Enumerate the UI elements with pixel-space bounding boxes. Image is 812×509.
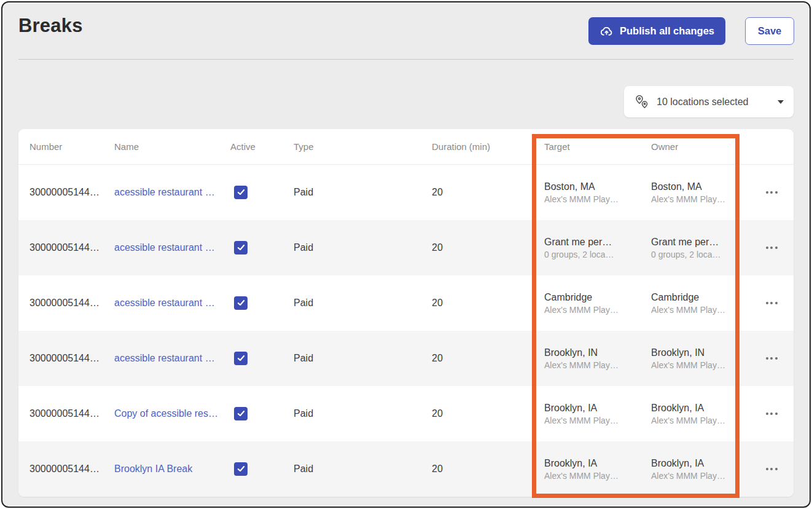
break-target: Cambridge Alex's MMM Play… bbox=[544, 292, 651, 315]
break-name-link[interactable]: acessible restaurant … bbox=[114, 298, 215, 308]
table-row: 30000005144… Brooklyn IA Break Paid 20 B… bbox=[18, 441, 794, 497]
break-owner: Brooklyn, IA Alex's MMM Play… bbox=[651, 458, 749, 481]
break-number: 30000005144… bbox=[29, 353, 114, 364]
break-type: Paid bbox=[294, 353, 432, 364]
map-pins-icon bbox=[634, 94, 650, 110]
break-duration: 20 bbox=[432, 298, 544, 309]
break-owner: Cambridge Alex's MMM Play… bbox=[651, 292, 749, 315]
break-duration: 20 bbox=[432, 464, 544, 475]
break-duration: 20 bbox=[432, 187, 544, 198]
row-menu-button[interactable] bbox=[761, 463, 783, 475]
target-title: Brooklyn, IN bbox=[544, 347, 651, 358]
column-header-active: Active bbox=[230, 141, 294, 152]
table-row: 30000005144… acessible restaurant … Paid… bbox=[18, 331, 794, 386]
target-title: Grant me per… bbox=[544, 237, 651, 248]
break-owner: Brooklyn, IN Alex's MMM Play… bbox=[651, 347, 749, 370]
break-name-link[interactable]: acessible restaurant … bbox=[114, 353, 215, 363]
break-target: Boston, MA Alex's MMM Play… bbox=[544, 181, 651, 204]
active-checkbox[interactable] bbox=[234, 407, 248, 420]
target-subtitle: Alex's MMM Play… bbox=[544, 471, 651, 481]
page-title: Breaks bbox=[18, 15, 83, 37]
row-menu-button[interactable] bbox=[761, 297, 783, 309]
breaks-table: Number Name Active Type Duration (min) T… bbox=[18, 129, 794, 497]
row-menu-button[interactable] bbox=[761, 408, 783, 420]
owner-title: Cambridge bbox=[651, 292, 749, 303]
target-subtitle: 0 groups, 2 loca… bbox=[544, 250, 651, 259]
break-owner: Boston, MA Alex's MMM Play… bbox=[651, 181, 749, 204]
column-header-target: Target bbox=[544, 141, 651, 152]
break-duration: 20 bbox=[432, 408, 544, 419]
owner-subtitle: Alex's MMM Play… bbox=[651, 416, 749, 425]
break-name-link[interactable]: acessible restaurant … bbox=[114, 187, 215, 197]
row-menu-button[interactable] bbox=[761, 352, 783, 365]
break-owner: Grant me per… 0 groups, 2 loca… bbox=[651, 237, 749, 259]
break-name-link[interactable]: Copy of acessible res… bbox=[114, 408, 218, 419]
column-header-name: Name bbox=[114, 141, 230, 152]
owner-title: Boston, MA bbox=[651, 181, 749, 192]
locations-dropdown[interactable]: 10 locations selected bbox=[624, 86, 794, 117]
column-header-number: Number bbox=[29, 141, 114, 152]
table-row: 30000005144… Copy of acessible res… Paid… bbox=[18, 386, 794, 441]
owner-subtitle: Alex's MMM Play… bbox=[651, 360, 749, 370]
owner-title: Brooklyn, IA bbox=[651, 458, 749, 469]
break-target: Grant me per… 0 groups, 2 loca… bbox=[544, 237, 651, 259]
table-row: 30000005144… acessible restaurant … Paid… bbox=[18, 275, 794, 331]
active-checkbox[interactable] bbox=[234, 296, 248, 310]
publish-all-changes-button[interactable]: Publish all changes bbox=[588, 17, 725, 45]
column-header-duration: Duration (min) bbox=[432, 141, 544, 152]
table-header-row: Number Name Active Type Duration (min) T… bbox=[18, 129, 794, 165]
chevron-down-icon bbox=[778, 100, 784, 104]
break-owner: Brooklyn, IA Alex's MMM Play… bbox=[651, 403, 749, 425]
owner-title: Grant me per… bbox=[651, 237, 749, 248]
column-header-type: Type bbox=[294, 141, 432, 152]
table-row: 30000005144… acessible restaurant … Paid… bbox=[18, 220, 794, 275]
break-name-link[interactable]: Brooklyn IA Break bbox=[114, 464, 192, 474]
break-number: 30000005144… bbox=[29, 298, 114, 309]
header-divider bbox=[18, 59, 794, 60]
column-header-owner: Owner bbox=[651, 141, 749, 152]
break-target: Brooklyn, IA Alex's MMM Play… bbox=[544, 458, 651, 481]
break-type: Paid bbox=[294, 464, 432, 475]
owner-title: Brooklyn, IN bbox=[651, 347, 749, 358]
break-name-link[interactable]: acessible restaurant … bbox=[114, 242, 215, 253]
active-checkbox[interactable] bbox=[234, 186, 248, 199]
row-menu-button[interactable] bbox=[761, 186, 783, 199]
row-menu-button[interactable] bbox=[761, 242, 783, 254]
break-type: Paid bbox=[294, 298, 432, 309]
screenshot-frame: Breaks Publish all changes Save 10 locat… bbox=[1, 1, 811, 508]
target-subtitle: Alex's MMM Play… bbox=[544, 360, 651, 370]
active-checkbox[interactable] bbox=[234, 352, 248, 365]
break-type: Paid bbox=[294, 187, 432, 198]
locations-selected-label: 10 locations selected bbox=[657, 97, 771, 108]
break-number: 30000005144… bbox=[29, 464, 114, 475]
break-target: Brooklyn, IN Alex's MMM Play… bbox=[544, 347, 651, 370]
target-subtitle: Alex's MMM Play… bbox=[544, 305, 651, 315]
owner-title: Brooklyn, IA bbox=[651, 403, 749, 414]
break-type: Paid bbox=[294, 242, 432, 253]
cloud-upload-icon bbox=[599, 24, 614, 38]
break-duration: 20 bbox=[432, 242, 544, 253]
target-title: Brooklyn, IA bbox=[544, 458, 651, 469]
target-title: Boston, MA bbox=[544, 181, 651, 192]
break-duration: 20 bbox=[432, 353, 544, 364]
active-checkbox[interactable] bbox=[234, 462, 248, 476]
target-subtitle: Alex's MMM Play… bbox=[544, 416, 651, 425]
owner-subtitle: 0 groups, 2 loca… bbox=[651, 250, 749, 259]
break-target: Brooklyn, IA Alex's MMM Play… bbox=[544, 403, 651, 425]
owner-subtitle: Alex's MMM Play… bbox=[651, 471, 749, 481]
target-title: Brooklyn, IA bbox=[544, 403, 651, 414]
active-checkbox[interactable] bbox=[234, 241, 248, 254]
owner-subtitle: Alex's MMM Play… bbox=[651, 305, 749, 315]
break-number: 30000005144… bbox=[29, 242, 114, 253]
table-row: 30000005144… acessible restaurant … Paid… bbox=[18, 165, 794, 220]
break-number: 30000005144… bbox=[29, 187, 114, 198]
target-title: Cambridge bbox=[544, 292, 651, 303]
break-number: 30000005144… bbox=[29, 408, 114, 419]
save-button[interactable]: Save bbox=[745, 17, 794, 45]
owner-subtitle: Alex's MMM Play… bbox=[651, 194, 749, 204]
target-subtitle: Alex's MMM Play… bbox=[544, 194, 651, 204]
break-type: Paid bbox=[294, 408, 432, 419]
publish-button-label: Publish all changes bbox=[620, 25, 714, 37]
